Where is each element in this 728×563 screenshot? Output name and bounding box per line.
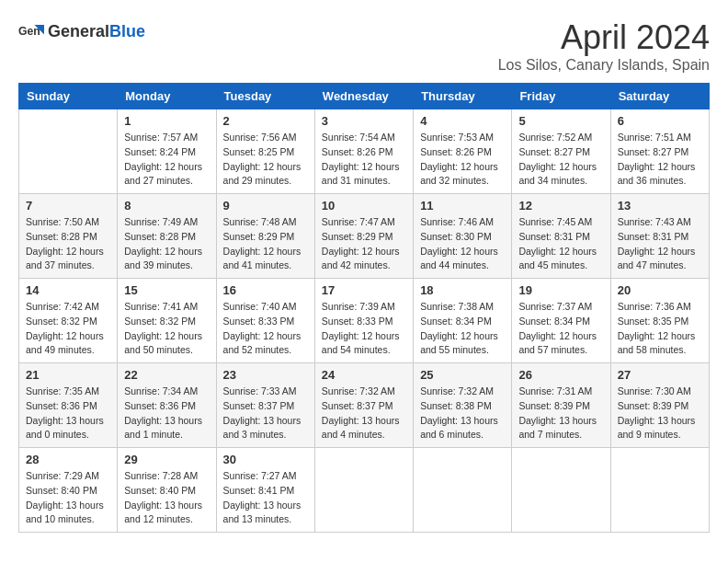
day-number: 11	[420, 199, 505, 213]
week-row-2: 7Sunrise: 7:50 AMSunset: 8:28 PMDaylight…	[19, 194, 710, 279]
day-info: Sunrise: 7:57 AMSunset: 8:24 PMDaylight:…	[124, 131, 209, 189]
header-thursday: Thursday	[414, 84, 512, 109]
calendar-cell: 8Sunrise: 7:49 AMSunset: 8:28 PMDaylight…	[118, 194, 216, 279]
calendar-cell: 2Sunrise: 7:56 AMSunset: 8:25 PMDaylight…	[216, 109, 314, 194]
day-info: Sunrise: 7:37 AMSunset: 8:34 PMDaylight:…	[518, 300, 603, 358]
header-friday: Friday	[512, 84, 610, 109]
calendar-cell: 26Sunrise: 7:31 AMSunset: 8:39 PMDayligh…	[512, 363, 610, 448]
calendar-cell: 28Sunrise: 7:29 AMSunset: 8:40 PMDayligh…	[19, 448, 118, 533]
week-row-3: 14Sunrise: 7:42 AMSunset: 8:32 PMDayligh…	[19, 279, 710, 363]
calendar-cell: 21Sunrise: 7:35 AMSunset: 8:36 PMDayligh…	[19, 363, 118, 448]
day-info: Sunrise: 7:39 AMSunset: 8:33 PMDaylight:…	[322, 300, 406, 358]
day-info: Sunrise: 7:31 AMSunset: 8:39 PMDaylight:…	[518, 385, 603, 442]
day-info: Sunrise: 7:47 AMSunset: 8:29 PMDaylight:…	[322, 215, 406, 273]
day-info: Sunrise: 7:38 AMSunset: 8:34 PMDaylight:…	[420, 300, 505, 358]
day-number: 17	[322, 283, 406, 297]
calendar-cell: 6Sunrise: 7:51 AMSunset: 8:27 PMDaylight…	[610, 109, 709, 194]
day-number: 8	[124, 199, 209, 213]
day-info: Sunrise: 7:46 AMSunset: 8:30 PMDaylight:…	[420, 215, 505, 273]
day-number: 24	[322, 368, 406, 382]
day-number: 14	[26, 283, 110, 297]
day-number: 7	[26, 199, 110, 213]
day-number: 19	[518, 283, 603, 297]
day-info: Sunrise: 7:48 AMSunset: 8:29 PMDaylight:…	[223, 215, 308, 273]
day-info: Sunrise: 7:45 AMSunset: 8:31 PMDaylight:…	[518, 215, 603, 273]
day-number: 20	[618, 283, 702, 297]
day-info: Sunrise: 7:32 AMSunset: 8:38 PMDaylight:…	[420, 385, 505, 442]
calendar-cell: 20Sunrise: 7:36 AMSunset: 8:35 PMDayligh…	[610, 279, 709, 363]
day-info: Sunrise: 7:42 AMSunset: 8:32 PMDaylight:…	[26, 300, 110, 358]
day-info: Sunrise: 7:50 AMSunset: 8:28 PMDaylight:…	[26, 215, 110, 273]
calendar-cell: 3Sunrise: 7:54 AMSunset: 8:26 PMDaylight…	[314, 109, 413, 194]
calendar-cell: 27Sunrise: 7:30 AMSunset: 8:39 PMDayligh…	[610, 363, 709, 448]
title-area: April 2024 Los Silos, Canary Islands, Sp…	[498, 18, 710, 74]
day-number: 22	[124, 368, 209, 382]
header: Gen GeneralBlue April 2024 Los Silos, Ca…	[18, 18, 710, 74]
calendar-cell: 1Sunrise: 7:57 AMSunset: 8:24 PMDaylight…	[118, 109, 216, 194]
day-info: Sunrise: 7:54 AMSunset: 8:26 PMDaylight:…	[322, 131, 406, 189]
calendar-cell: 9Sunrise: 7:48 AMSunset: 8:29 PMDaylight…	[216, 194, 314, 279]
week-row-5: 28Sunrise: 7:29 AMSunset: 8:40 PMDayligh…	[19, 448, 710, 533]
day-number: 4	[420, 114, 505, 128]
day-number: 9	[223, 199, 308, 213]
calendar-cell: 16Sunrise: 7:40 AMSunset: 8:33 PMDayligh…	[216, 279, 314, 363]
day-info: Sunrise: 7:49 AMSunset: 8:28 PMDaylight:…	[124, 215, 209, 273]
day-info: Sunrise: 7:32 AMSunset: 8:37 PMDaylight:…	[322, 385, 406, 442]
day-number: 27	[618, 368, 702, 382]
day-number: 12	[518, 199, 603, 213]
day-info: Sunrise: 7:41 AMSunset: 8:32 PMDaylight:…	[124, 300, 209, 358]
day-number: 5	[518, 114, 603, 128]
day-number: 25	[420, 368, 505, 382]
day-number: 15	[124, 283, 209, 297]
calendar-cell: 19Sunrise: 7:37 AMSunset: 8:34 PMDayligh…	[512, 279, 610, 363]
calendar-cell: 10Sunrise: 7:47 AMSunset: 8:29 PMDayligh…	[314, 194, 413, 279]
calendar-cell: 7Sunrise: 7:50 AMSunset: 8:28 PMDaylight…	[19, 194, 118, 279]
day-number: 28	[26, 453, 110, 466]
calendar-cell: 18Sunrise: 7:38 AMSunset: 8:34 PMDayligh…	[414, 279, 512, 363]
day-number: 21	[26, 368, 110, 382]
header-wednesday: Wednesday	[314, 84, 413, 109]
calendar-cell	[414, 448, 512, 533]
calendar-cell: 25Sunrise: 7:32 AMSunset: 8:38 PMDayligh…	[414, 363, 512, 448]
logo-blue: Blue	[109, 22, 145, 40]
day-number: 2	[223, 114, 308, 128]
header-saturday: Saturday	[610, 84, 709, 109]
calendar-cell: 15Sunrise: 7:41 AMSunset: 8:32 PMDayligh…	[118, 279, 216, 363]
calendar-cell	[19, 109, 118, 194]
day-info: Sunrise: 7:40 AMSunset: 8:33 PMDaylight:…	[223, 300, 308, 358]
header-tuesday: Tuesday	[216, 84, 314, 109]
calendar-cell: 13Sunrise: 7:43 AMSunset: 8:31 PMDayligh…	[610, 194, 709, 279]
day-number: 16	[223, 283, 308, 297]
day-info: Sunrise: 7:52 AMSunset: 8:27 PMDaylight:…	[518, 131, 603, 189]
calendar-cell: 22Sunrise: 7:34 AMSunset: 8:36 PMDayligh…	[118, 363, 216, 448]
day-number: 10	[322, 199, 406, 213]
calendar-cell: 4Sunrise: 7:53 AMSunset: 8:26 PMDaylight…	[414, 109, 512, 194]
calendar-cell: 30Sunrise: 7:27 AMSunset: 8:41 PMDayligh…	[216, 448, 314, 533]
logo: Gen GeneralBlue	[18, 18, 145, 44]
header-monday: Monday	[118, 84, 216, 109]
calendar-cell: 24Sunrise: 7:32 AMSunset: 8:37 PMDayligh…	[314, 363, 413, 448]
calendar-cell: 14Sunrise: 7:42 AMSunset: 8:32 PMDayligh…	[19, 279, 118, 363]
day-info: Sunrise: 7:28 AMSunset: 8:40 PMDaylight:…	[124, 469, 209, 527]
logo-general: General	[48, 22, 109, 40]
header-sunday: Sunday	[19, 84, 118, 109]
day-number: 29	[124, 453, 209, 466]
day-number: 3	[322, 114, 406, 128]
day-number: 23	[223, 368, 308, 382]
day-info: Sunrise: 7:36 AMSunset: 8:35 PMDaylight:…	[618, 300, 702, 358]
day-number: 30	[223, 453, 308, 466]
calendar-cell: 17Sunrise: 7:39 AMSunset: 8:33 PMDayligh…	[314, 279, 413, 363]
day-info: Sunrise: 7:29 AMSunset: 8:40 PMDaylight:…	[26, 469, 110, 527]
month-year: April 2024	[498, 18, 710, 57]
day-info: Sunrise: 7:56 AMSunset: 8:25 PMDaylight:…	[223, 131, 308, 189]
logo-icon: Gen	[18, 18, 44, 44]
day-info: Sunrise: 7:35 AMSunset: 8:36 PMDaylight:…	[26, 385, 110, 442]
day-info: Sunrise: 7:33 AMSunset: 8:37 PMDaylight:…	[223, 385, 308, 442]
day-header-row: SundayMondayTuesdayWednesdayThursdayFrid…	[19, 84, 710, 109]
day-info: Sunrise: 7:53 AMSunset: 8:26 PMDaylight:…	[420, 131, 505, 189]
day-info: Sunrise: 7:51 AMSunset: 8:27 PMDaylight:…	[618, 131, 702, 189]
logo-text: GeneralBlue	[48, 22, 145, 41]
calendar-cell: 5Sunrise: 7:52 AMSunset: 8:27 PMDaylight…	[512, 109, 610, 194]
day-number: 6	[618, 114, 702, 128]
week-row-1: 1Sunrise: 7:57 AMSunset: 8:24 PMDaylight…	[19, 109, 710, 194]
